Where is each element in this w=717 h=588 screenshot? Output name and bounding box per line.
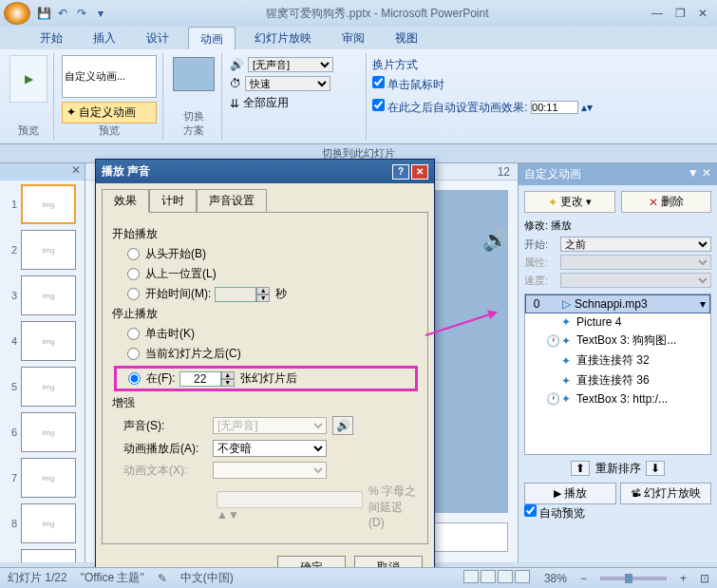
start-label: 开始: (524, 237, 557, 252)
anim-group-label: 预览 (62, 123, 157, 138)
ribbon-tab-0[interactable]: 开始 (28, 27, 74, 49)
slide-thumb[interactable]: 9img (2, 547, 83, 562)
title-bar: 💾 ↶ ↷ ▾ 猩窝可爱狗狗秀.pptx - Microsoft PowerPo… (0, 0, 717, 27)
slide-thumb[interactable]: 4img (2, 319, 83, 363)
animation-list-item[interactable]: ✦直接连接符 32 (525, 351, 710, 370)
redo-icon[interactable]: ↷ (74, 6, 89, 21)
advance-auto[interactable]: 在此之后自动设置动画效果: ▴▾ (372, 99, 593, 116)
view-buttons[interactable] (462, 570, 531, 586)
ribbon-tab-6[interactable]: 视图 (384, 27, 429, 49)
spinner-icon[interactable]: ▲▼ (221, 371, 235, 387)
advance-time-input[interactable] (531, 101, 578, 114)
fit-window-icon[interactable]: ⊡ (700, 572, 709, 585)
radio-stop-click[interactable]: 单击时(K) (127, 326, 418, 342)
window-title: 猩窝可爱狗狗秀.pptx - Microsoft PowerPoint (108, 6, 647, 22)
change-effect-button[interactable]: ✦更改 ▾ (524, 191, 615, 213)
status-bar: 幻灯片 1/22 "Office 主题" ✎ 中文(中国) 38% − + ⊡ (0, 567, 717, 588)
animation-list[interactable]: 0▷Schnappi.mp3▾✦Picture 4🕐✦TextBox 3: 狗狗… (524, 294, 711, 455)
slide-thumb[interactable]: 7img (2, 456, 83, 500)
apply-all-label: 全部应用 (243, 95, 289, 111)
time-spinner-icon[interactable]: ▴▾ (581, 101, 593, 114)
slide-thumb[interactable]: 5img (2, 365, 83, 408)
start-select[interactable]: 之前 (560, 237, 711, 252)
undo-icon[interactable]: ↶ (55, 6, 70, 21)
custom-anim-label: 自定义动画 (79, 105, 136, 119)
radio-from-last[interactable]: 从上一位置(L) (127, 266, 418, 282)
pane-header: 自定义动画 ▼ ✕ (519, 163, 717, 185)
theme-name: "Office 主题" (81, 570, 144, 586)
ribbon-tab-2[interactable]: 设计 (135, 27, 180, 49)
delete-effect-button[interactable]: ✕删除 (621, 191, 712, 213)
radio-stop-after-slides[interactable]: 在(F): ▲▼ 张幻灯片后 (114, 366, 418, 391)
spellcheck-icon[interactable]: ✎ (158, 572, 167, 585)
zoom-in-icon[interactable]: + (680, 572, 687, 585)
start-time-input (215, 287, 256, 302)
dialog-close-icon[interactable]: ✕ (411, 164, 428, 180)
office-button[interactable] (4, 2, 30, 25)
apply-all-button[interactable]: ⇊ 全部应用 (230, 95, 360, 111)
dialog-tab-1[interactable]: 计时 (149, 189, 197, 213)
dialog-tab-0[interactable]: 效果 (102, 189, 149, 213)
ribbon-tabs: 开始插入设计动画幻灯片放映审阅视图 (0, 27, 717, 49)
custom-animation-button[interactable]: ✦ 自定义动画 (62, 102, 157, 123)
animation-gallery[interactable]: 自定义动画... (62, 55, 157, 98)
animation-list-item[interactable]: 🕐✦TextBox 3: 狗狗图... (525, 331, 710, 351)
volume-icon[interactable]: 🔊 (332, 416, 353, 435)
enhance-label: 增强 (112, 395, 418, 411)
ribbon-group-sound: 🔊 [无声音] ⏱ 快速 ⇊ 全部应用 (224, 53, 367, 140)
slide-thumb[interactable]: 1img (2, 182, 83, 226)
star-icon: ✦ (66, 105, 76, 119)
radio-from-beginning[interactable]: 从头开始(B) (127, 246, 418, 262)
thumbs-header: ✕ (0, 163, 85, 180)
slideshow-button[interactable]: 📽 幻灯片放映 (620, 483, 712, 504)
animation-list-item[interactable]: ✦Picture 4 (525, 313, 710, 331)
auto-preview-checkbox[interactable]: 自动预览 (524, 507, 585, 519)
ribbon: ▶ 预览 自定义动画... ✦ 自定义动画 预览 切换 方案 🔊 [无声音] ⏱… (0, 49, 717, 144)
close-icon[interactable]: ✕ (692, 5, 713, 22)
save-icon[interactable]: 💾 (36, 6, 51, 21)
ribbon-group-advance: 换片方式 单击鼠标时 在此之后自动设置动画效果: ▴▾ (368, 53, 596, 140)
transition-sound-select[interactable]: [无声音] (248, 57, 333, 72)
minimize-icon[interactable]: — (647, 5, 668, 22)
after-anim-select[interactable]: 不变暗 (213, 440, 327, 457)
transition-gallery[interactable] (173, 57, 215, 91)
thumbs-close-icon[interactable]: ✕ (71, 163, 81, 180)
ribbon-tab-5[interactable]: 审阅 (330, 27, 376, 49)
restore-icon[interactable]: ❐ (670, 5, 690, 22)
quick-access-toolbar: 💾 ↶ ↷ ▾ (36, 6, 108, 21)
animation-list-item[interactable]: 0▷Schnappi.mp3▾ (525, 294, 710, 313)
preview-button[interactable]: ▶ (9, 55, 47, 103)
slide-thumb[interactable]: 3img (2, 274, 83, 317)
animation-list-item[interactable]: ✦直接连接符 36 (525, 370, 710, 390)
qat-more-icon[interactable]: ▾ (93, 6, 108, 21)
transition-speed-select[interactable]: 快速 (245, 76, 330, 91)
slide-thumb[interactable]: 2img (2, 228, 83, 272)
zoom-out-icon[interactable]: − (580, 572, 587, 585)
ribbon-tab-4[interactable]: 幻灯片放映 (243, 27, 323, 49)
language-label[interactable]: 中文(中国) (180, 570, 234, 586)
apply-all-icon: ⇊ (230, 97, 239, 110)
zoom-level[interactable]: 38% (544, 572, 567, 585)
speaker-icon[interactable]: 🔊 (482, 228, 508, 253)
custom-animation-pane: 自定义动画 ▼ ✕ ✦更改 ▾ ✕删除 修改: 播放 开始:之前 属性: 速度:… (518, 163, 717, 562)
move-up-button[interactable]: ⬆ (571, 461, 590, 476)
animation-list-item[interactable]: 🕐✦TextBox 3: http:/... (525, 390, 710, 408)
radio-start-time[interactable]: 开始时间(M): ▲▼ 秒 (127, 286, 418, 302)
ribbon-group-animation: 自定义动画... ✦ 自定义动画 预览 (56, 53, 163, 140)
ribbon-tab-3[interactable]: 动画 (188, 27, 236, 49)
radio-stop-current[interactable]: 当前幻灯片之后(C) (127, 346, 418, 362)
dialog-titlebar[interactable]: 播放 声音 ?✕ (96, 160, 434, 183)
slides-count-input[interactable] (179, 371, 221, 387)
play-button[interactable]: ▶ 播放 (524, 483, 616, 504)
pane-dropdown-icon[interactable]: ▼ ✕ (688, 166, 711, 182)
move-down-button[interactable]: ⬇ (646, 461, 665, 476)
ribbon-group-transition: 切换 方案 (165, 53, 222, 140)
letter-delay-label: % 字母之间延迟(D) (368, 484, 418, 529)
slide-thumb[interactable]: 8img (2, 502, 83, 545)
slide-thumb[interactable]: 6img (2, 410, 83, 454)
zoom-slider[interactable] (600, 577, 667, 580)
advance-on-click[interactable]: 单击鼠标时 (372, 76, 593, 93)
dialog-tab-2[interactable]: 声音设置 (197, 189, 267, 213)
help-icon[interactable]: ? (392, 164, 409, 180)
ribbon-tab-1[interactable]: 插入 (82, 27, 127, 49)
